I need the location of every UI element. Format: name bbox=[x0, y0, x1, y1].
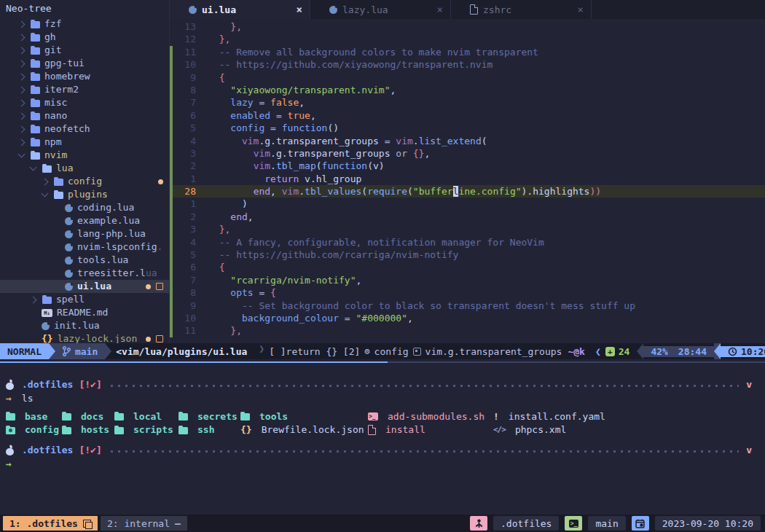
code-text: vim.tbl_map(function(v) bbox=[208, 160, 385, 172]
tab-ui-lua[interactable]: ui.lua× bbox=[170, 0, 310, 19]
shell-input-line[interactable]: → bbox=[6, 457, 752, 471]
code-line[interactable]: 9 -- Set background color to black so tr… bbox=[170, 300, 765, 312]
folder-icon bbox=[240, 413, 250, 420]
git-change-bar bbox=[170, 197, 173, 210]
ls-item-label: ssh bbox=[197, 424, 214, 435]
tab-label: lazy.lua bbox=[342, 4, 437, 15]
tree-item-plugins[interactable]: plugins bbox=[0, 188, 169, 201]
code-line[interactable]: 6 enabled = true, bbox=[170, 109, 765, 122]
tree-item-neofetch[interactable]: neofetch bbox=[0, 122, 169, 136]
tree-item-nvim[interactable]: nvim bbox=[0, 149, 169, 162]
tab-close-icon[interactable]: × bbox=[297, 4, 302, 15]
code-line[interactable]: 11 -- Remove all background colors to ma… bbox=[170, 46, 765, 58]
folder-icon bbox=[6, 413, 15, 420]
xml-file-icon bbox=[493, 425, 506, 434]
git-change-bar bbox=[170, 96, 173, 109]
code-line[interactable]: 13 }, bbox=[170, 20, 765, 33]
neotree-sidebar: Neo-tree fzfghgitgpg-tuihomebrewiterm2mi… bbox=[0, 0, 169, 344]
tree-item-spell[interactable]: spell bbox=[0, 293, 169, 306]
tree-item-gh[interactable]: gh bbox=[0, 31, 169, 44]
chevron-down-icon bbox=[18, 151, 26, 158]
code-line[interactable]: 6 { bbox=[170, 261, 765, 273]
code-line[interactable]: 8 "xiyaowong/transparent.nvim", bbox=[170, 84, 765, 96]
register-indicator: ~@k bbox=[562, 346, 590, 357]
line-number: 6 bbox=[174, 109, 196, 122]
tree-item-treesitter-l[interactable]: treesitter.lua bbox=[0, 267, 169, 280]
tab-close-icon[interactable]: × bbox=[578, 4, 584, 15]
lua-file-icon bbox=[189, 6, 197, 14]
code-line[interactable]: 28 end, vim.tbl_values(require("bufferli… bbox=[170, 185, 765, 197]
tmux-window-1[interactable]: 1: .dotfiles bbox=[3, 516, 98, 531]
code-text: return v.hl_group bbox=[208, 173, 361, 185]
code-line[interactable]: 1 ) bbox=[170, 197, 765, 210]
tree-item-homebrew[interactable]: homebrew bbox=[0, 70, 169, 83]
tree-item-example-lua[interactable]: example.lua bbox=[0, 214, 169, 227]
code-line[interactable]: 4 -- A fancy, configurable, notification… bbox=[170, 236, 765, 249]
tree-item-config[interactable]: config bbox=[0, 175, 169, 188]
code-text: background_colour = "#000000", bbox=[208, 312, 413, 324]
tree-item-gpg-tui[interactable]: gpg-tui bbox=[0, 57, 169, 70]
code-line[interactable]: 10 background_colour = "#000000", bbox=[170, 312, 765, 324]
line-number: 9 bbox=[174, 71, 196, 84]
tree-item-coding-lua[interactable]: coding.lua bbox=[0, 201, 169, 214]
code-line[interactable]: 3 vim.g.transparent_groups or {}, bbox=[170, 147, 765, 160]
prompt-arrow-icon: → bbox=[6, 458, 12, 469]
code-buffer[interactable]: 13 },12 },11 -- Remove all background co… bbox=[170, 19, 765, 344]
code-line[interactable]: 5 config = function() bbox=[170, 122, 765, 134]
tree-item-misc[interactable]: misc bbox=[0, 96, 169, 109]
code-text: -- https://github.com/xiyaowong/transpar… bbox=[208, 58, 493, 71]
tmux-pane-divider[interactable] bbox=[0, 361, 765, 363]
tree-item-lua[interactable]: lua bbox=[0, 162, 169, 175]
tree-item-iterm2[interactable]: iterm2 bbox=[0, 83, 169, 96]
tmux-session-name: .dotfiles bbox=[493, 516, 559, 531]
tab-lazy-lua[interactable]: lazy.lua× bbox=[310, 0, 451, 19]
ls-item-label: docs bbox=[81, 411, 103, 422]
code-line[interactable]: 12 }, bbox=[170, 33, 765, 45]
tree-item-init-lua[interactable]: init.lua bbox=[0, 319, 169, 332]
code-line[interactable]: 5 -- https://github.com/rcarriga/nvim-no… bbox=[170, 249, 765, 261]
code-line[interactable]: 7 lazy = false, bbox=[170, 96, 765, 109]
chevron-right-icon bbox=[18, 73, 26, 80]
ls-item-add-submodules-sh: add-submodules.sh bbox=[368, 410, 484, 423]
tree-item-lang-php-lua[interactable]: lang-php.lua bbox=[0, 227, 169, 240]
code-line[interactable]: 2 end, bbox=[170, 211, 765, 223]
tree-item-ui-lua[interactable]: ui.lua bbox=[0, 280, 169, 293]
ls-item-label: Brewfile.lock.json bbox=[262, 424, 364, 435]
tree-item-readme-md[interactable]: README.md bbox=[0, 306, 169, 319]
prompt-git-status: [!✔] bbox=[79, 379, 101, 390]
code-line[interactable]: 4 vim.g.transparent_groups = vim.list_ex… bbox=[170, 135, 765, 147]
tab-close-icon[interactable]: × bbox=[437, 4, 443, 15]
code-line[interactable]: 10 -- https://github.com/xiyaowong/trans… bbox=[170, 58, 765, 71]
git-change-bar bbox=[170, 160, 173, 172]
code-text: end, bbox=[208, 211, 254, 223]
folder-icon bbox=[42, 297, 52, 304]
tree-item-nano[interactable]: nano bbox=[0, 109, 169, 122]
code-line[interactable]: 9 { bbox=[170, 71, 765, 84]
code-text: opts = { bbox=[208, 286, 276, 299]
code-line[interactable]: 8 opts = { bbox=[170, 286, 765, 299]
tab-zshrc[interactable]: zshrc× bbox=[451, 0, 592, 19]
line-number: 1 bbox=[174, 173, 196, 185]
code-line[interactable]: 2 vim.tbl_map(function(v) bbox=[170, 160, 765, 172]
tree-item-nvim-lspconfig[interactable]: nvim-lspconfig. bbox=[0, 240, 169, 254]
code-text: lazy = false, bbox=[208, 96, 305, 109]
code-line[interactable]: 3 }, bbox=[170, 223, 765, 235]
line-number: 3 bbox=[174, 147, 196, 160]
code-line[interactable]: 11 }, bbox=[170, 324, 765, 337]
tree-item-git[interactable]: git bbox=[0, 44, 169, 57]
code-line[interactable]: 1 return v.hl_group bbox=[170, 173, 765, 185]
shell-pane[interactable]: .dotfiles [!✔] v → ls basedocslocalsecre… bbox=[0, 364, 765, 513]
tree-item-npm[interactable]: npm bbox=[0, 136, 169, 149]
tree-item-tools-lua[interactable]: tools.lua bbox=[0, 254, 169, 267]
code-line[interactable]: 7 "rcarriga/nvim-notify", bbox=[170, 274, 765, 286]
cursor-position: 28:44 bbox=[678, 346, 707, 357]
lua-file-icon bbox=[65, 217, 73, 225]
chevron-right-icon bbox=[18, 34, 26, 41]
git-change-bar bbox=[170, 324, 173, 337]
ls-item-label: secrets bbox=[197, 411, 238, 422]
tmux-window-2[interactable]: 2: internal – bbox=[101, 516, 187, 531]
tree-item-fzf[interactable]: fzf bbox=[0, 17, 169, 31]
window-panes-icon bbox=[83, 520, 91, 528]
prompt-leader-dots bbox=[111, 385, 739, 387]
tmux-window-label: 2: internal bbox=[107, 518, 170, 529]
